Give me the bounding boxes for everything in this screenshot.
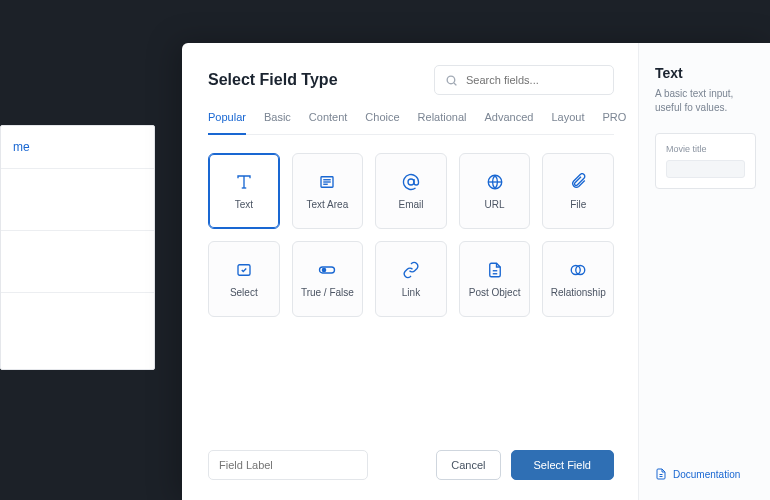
- field-card-label: True / False: [301, 287, 354, 298]
- field-card-label: Select: [230, 287, 258, 298]
- title-row: Select Field Type: [208, 65, 614, 95]
- field-card-link[interactable]: Link: [375, 241, 447, 317]
- field-card-text[interactable]: Text: [208, 153, 280, 229]
- tab-advanced[interactable]: Advanced: [485, 111, 534, 134]
- preview-input: [666, 160, 745, 178]
- side-title: Text: [655, 65, 756, 81]
- post-icon: [486, 261, 504, 279]
- field-card-file[interactable]: File: [542, 153, 614, 229]
- side-panel: Text A basic text input, useful fo value…: [638, 43, 770, 500]
- footer: Cancel Select Field: [208, 450, 614, 480]
- field-type-modal: Select Field Type PopularBasicContentCho…: [182, 43, 770, 500]
- field-card-label: Email: [398, 199, 423, 210]
- field-card-toggle[interactable]: True / False: [292, 241, 364, 317]
- field-grid: TextText AreaEmailURLFileSelectTrue / Fa…: [208, 153, 614, 317]
- modal-title: Select Field Type: [208, 71, 338, 89]
- toggle-icon: [318, 261, 336, 279]
- tab-layout[interactable]: Layout: [551, 111, 584, 134]
- field-card-label: File: [570, 199, 586, 210]
- svg-point-8: [408, 179, 414, 185]
- field-card-label: Relationship: [551, 287, 606, 298]
- cancel-button[interactable]: Cancel: [436, 450, 500, 480]
- svg-point-13: [323, 268, 326, 271]
- search-icon: [445, 74, 458, 87]
- svg-line-1: [454, 82, 456, 84]
- field-label-input[interactable]: [208, 450, 368, 480]
- search-input-wrapper[interactable]: [434, 65, 614, 95]
- preview-label: Movie title: [666, 144, 745, 154]
- bg-panel-header: me: [1, 126, 154, 169]
- tab-basic[interactable]: Basic: [264, 111, 291, 134]
- bg-panel-row: [1, 169, 154, 231]
- field-card-label: URL: [485, 199, 505, 210]
- field-card-textarea[interactable]: Text Area: [292, 153, 364, 229]
- tab-popular[interactable]: Popular: [208, 111, 246, 135]
- tabs: PopularBasicContentChoiceRelationalAdvan…: [208, 111, 614, 135]
- search-input[interactable]: [466, 74, 603, 86]
- modal-main: Select Field Type PopularBasicContentCho…: [182, 43, 638, 500]
- textarea-icon: [318, 173, 336, 191]
- background-panel: me: [0, 125, 155, 370]
- text-icon: [235, 173, 253, 191]
- url-icon: [486, 173, 504, 191]
- preview-box: Movie title: [655, 133, 756, 189]
- link-icon: [402, 261, 420, 279]
- tab-choice[interactable]: Choice: [365, 111, 399, 134]
- email-icon: [402, 173, 420, 191]
- side-desc: A basic text input, useful fo values.: [655, 87, 756, 115]
- tab-pro[interactable]: PRO: [603, 111, 627, 134]
- bg-panel-row: [1, 231, 154, 293]
- tab-content[interactable]: Content: [309, 111, 348, 134]
- field-card-label: Post Object: [469, 287, 521, 298]
- documentation-link[interactable]: Documentation: [655, 468, 756, 480]
- file-icon: [569, 173, 587, 191]
- relation-icon: [569, 261, 587, 279]
- select-icon: [235, 261, 253, 279]
- field-card-label: Link: [402, 287, 420, 298]
- select-field-button[interactable]: Select Field: [511, 450, 614, 480]
- svg-point-0: [447, 76, 455, 84]
- field-card-relation[interactable]: Relationship: [542, 241, 614, 317]
- doc-icon: [655, 468, 667, 480]
- doc-label: Documentation: [673, 469, 740, 480]
- field-card-email[interactable]: Email: [375, 153, 447, 229]
- field-card-label: Text: [235, 199, 253, 210]
- field-card-post[interactable]: Post Object: [459, 241, 531, 317]
- tab-relational[interactable]: Relational: [418, 111, 467, 134]
- field-card-url[interactable]: URL: [459, 153, 531, 229]
- field-card-select[interactable]: Select: [208, 241, 280, 317]
- field-card-label: Text Area: [307, 199, 349, 210]
